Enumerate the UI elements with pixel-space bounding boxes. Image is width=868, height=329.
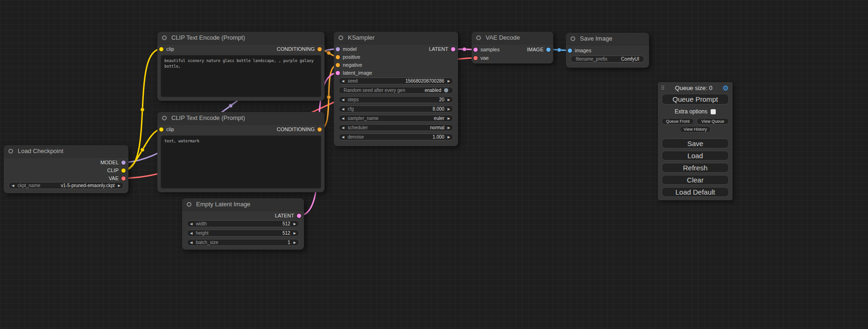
increment-arrow-icon[interactable]: ▶ — [294, 231, 296, 235]
decrement-arrow-icon[interactable]: ◀ — [190, 222, 192, 225]
widget-label: scheduler — [347, 125, 367, 130]
output-port-conditioning[interactable] — [318, 47, 322, 51]
slot-label: LATENT — [275, 213, 294, 218]
denoise-widget[interactable]: ◀ denoise 1.000 ▶ — [339, 133, 453, 140]
node-title-bar[interactable]: KSampler — [334, 32, 458, 44]
increment-arrow-icon[interactable]: ▶ — [294, 241, 296, 244]
slot-label: latent_image — [343, 70, 372, 76]
collapse-dot-icon[interactable] — [187, 202, 191, 207]
toggle-knob-icon[interactable] — [444, 88, 448, 92]
widget-value: v1-5-pruned-emaonly.ckpt — [61, 183, 114, 188]
drag-handle-icon[interactable]: ⠿ — [661, 85, 665, 91]
node-clip-text-encode-negative[interactable]: CLIP Text Encode (Prompt) clip CONDITION… — [157, 112, 325, 192]
widget-value: normal — [430, 125, 445, 130]
output-port-conditioning[interactable] — [318, 127, 322, 132]
input-port-images[interactable] — [568, 49, 572, 53]
height-widget[interactable]: ◀ height 512 ▶ — [187, 230, 299, 237]
filename-prefix-widget[interactable]: filename_prefix ComfyUI — [571, 56, 644, 63]
node-title-bar[interactable]: Empty Latent Image — [182, 198, 304, 211]
view-history-button[interactable]: View History — [680, 126, 711, 133]
output-port-vae[interactable] — [121, 176, 126, 181]
cfg-widget[interactable]: ◀ cfg 8.000 ▶ — [339, 105, 453, 112]
ckpt-name-widget[interactable]: ◀ ckpt_name v1-5-pruned-emaonly.ckpt ▶ — [8, 182, 124, 189]
increment-arrow-icon[interactable]: ▶ — [448, 135, 450, 139]
random-seed-toggle[interactable]: Random seed after every gen enabled — [339, 87, 453, 94]
prompt-textarea[interactable]: text, watermark — [161, 135, 321, 189]
input-port-vae[interactable] — [473, 56, 478, 60]
clear-button[interactable]: Clear — [662, 175, 729, 185]
collapse-dot-icon[interactable] — [339, 35, 343, 40]
node-clip-text-encode-positive[interactable]: CLIP Text Encode (Prompt) clip CONDITION… — [157, 32, 325, 101]
widget-value: enabled — [424, 88, 441, 93]
output-port-model[interactable] — [121, 161, 126, 165]
input-port-clip[interactable] — [159, 127, 163, 132]
node-title-bar[interactable]: CLIP Text Encode (Prompt) — [157, 32, 325, 44]
view-queue-button[interactable]: View Queue — [697, 118, 729, 125]
slot-label: clip — [166, 126, 174, 132]
save-button[interactable]: Save — [662, 139, 729, 148]
node-title-bar[interactable]: Load Checkpoint — [4, 145, 128, 158]
node-graph-canvas[interactable]: Load Checkpoint MODEL CLIP VAE ◀ ckpt_na… — [0, 0, 868, 329]
node-title-bar[interactable]: Save Image — [566, 33, 649, 45]
input-port-latent-image[interactable] — [336, 71, 340, 75]
input-port-model[interactable] — [336, 47, 340, 51]
output-port-clip[interactable] — [121, 168, 126, 173]
scheduler-widget[interactable]: ◀ scheduler normal ▶ — [339, 124, 453, 131]
slot-label: vae — [480, 55, 489, 61]
widget-value: 512 — [282, 231, 290, 236]
node-load-checkpoint[interactable]: Load Checkpoint MODEL CLIP VAE ◀ ckpt_na… — [4, 145, 128, 193]
extra-options-checkbox[interactable] — [711, 109, 716, 114]
refresh-button[interactable]: Refresh — [662, 163, 729, 173]
increment-arrow-icon[interactable]: ▶ — [448, 79, 450, 83]
decrement-arrow-icon[interactable]: ◀ — [342, 107, 344, 111]
decrement-arrow-icon[interactable]: ◀ — [12, 184, 14, 187]
batch-size-widget[interactable]: ◀ batch_size 1 ▶ — [187, 239, 299, 246]
slot-label: model — [343, 46, 357, 52]
decrement-arrow-icon[interactable]: ◀ — [190, 231, 192, 235]
input-port-samples[interactable] — [473, 48, 478, 52]
input-port-negative[interactable] — [336, 63, 340, 67]
output-port-latent[interactable] — [297, 214, 301, 218]
collapse-dot-icon[interactable] — [476, 35, 481, 40]
increment-arrow-icon[interactable]: ▶ — [448, 107, 450, 111]
widget-label: cfg — [347, 106, 353, 112]
sampler-name-widget[interactable]: ◀ sampler_name euler ▶ — [339, 115, 453, 122]
collapse-dot-icon[interactable] — [162, 35, 167, 40]
decrement-arrow-icon[interactable]: ◀ — [342, 135, 344, 139]
seed-widget[interactable]: ◀ seed 156680208700286 ▶ — [339, 77, 453, 84]
queue-front-button[interactable]: Queue Front — [662, 118, 694, 125]
input-port-positive[interactable] — [336, 55, 340, 59]
decrement-arrow-icon[interactable]: ◀ — [342, 98, 344, 101]
wire-midpoint-dot — [463, 48, 466, 51]
width-widget[interactable]: ◀ width 512 ▶ — [187, 220, 299, 227]
collapse-dot-icon[interactable] — [571, 36, 575, 41]
node-save-image[interactable]: Save Image images filename_prefix ComfyU… — [566, 33, 649, 68]
decrement-arrow-icon[interactable]: ◀ — [190, 241, 192, 244]
decrement-arrow-icon[interactable]: ◀ — [342, 79, 344, 83]
slot-label: samples — [480, 47, 500, 52]
queue-prompt-button[interactable]: Queue Prompt — [662, 94, 729, 105]
collapse-dot-icon[interactable] — [162, 116, 167, 120]
prompt-textarea[interactable]: beautiful scenery nature glass bottle la… — [161, 55, 321, 97]
increment-arrow-icon[interactable]: ▶ — [448, 98, 450, 101]
decrement-arrow-icon[interactable]: ◀ — [342, 117, 344, 120]
node-vae-decode[interactable]: VAE Decode samples vae IMAGE — [472, 32, 553, 63]
collapse-dot-icon[interactable] — [8, 149, 13, 154]
node-empty-latent-image[interactable]: Empty Latent Image LATENT ◀ width 512 ▶ … — [182, 198, 304, 250]
increment-arrow-icon[interactable]: ▶ — [448, 117, 450, 120]
increment-arrow-icon[interactable]: ▶ — [448, 126, 450, 129]
node-ksampler[interactable]: KSampler model positive negative latent_… — [334, 32, 458, 146]
node-title-bar[interactable]: CLIP Text Encode (Prompt) — [157, 112, 325, 125]
increment-arrow-icon[interactable]: ▶ — [294, 222, 296, 225]
input-slot-images: images — [568, 47, 591, 54]
settings-gear-icon[interactable]: ⚙ — [723, 84, 729, 91]
steps-widget[interactable]: ◀ steps 20 ▶ — [339, 96, 453, 103]
input-port-clip[interactable] — [159, 47, 163, 51]
node-title-bar[interactable]: VAE Decode — [472, 32, 553, 44]
output-port-latent[interactable] — [451, 47, 455, 51]
load-default-button[interactable]: Load Default — [662, 187, 729, 197]
decrement-arrow-icon[interactable]: ◀ — [342, 126, 344, 129]
increment-arrow-icon[interactable]: ▶ — [118, 184, 120, 187]
output-port-image[interactable] — [546, 48, 550, 52]
load-button[interactable]: Load — [662, 151, 729, 161]
